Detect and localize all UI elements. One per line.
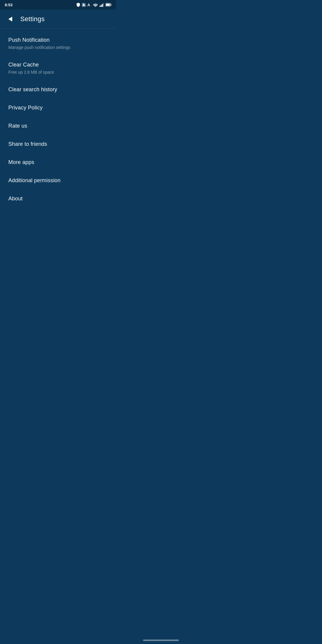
svg-rect-8 xyxy=(106,4,110,6)
svg-rect-9 xyxy=(111,4,112,6)
settings-item-more-apps[interactable]: More apps xyxy=(0,153,116,171)
svg-rect-5 xyxy=(102,4,103,7)
rate-us-title: Rate us xyxy=(8,123,108,129)
clear-cache-title: Clear Cache xyxy=(8,62,108,68)
status-bar: 8:53 A xyxy=(0,0,116,10)
settings-item-privacy-policy[interactable]: Privacy Policy xyxy=(0,99,116,117)
clear-cache-subtitle: Free up 2.6 MB of space xyxy=(8,70,108,75)
back-button[interactable] xyxy=(5,14,16,24)
back-arrow-icon xyxy=(8,17,12,21)
svg-text:A: A xyxy=(87,3,90,7)
share-to-friends-title: Share to friends xyxy=(8,141,108,147)
settings-list: Push Notification Manage push notificati… xyxy=(0,29,116,210)
push-notification-title: Push Notification xyxy=(8,37,108,43)
status-icons: A xyxy=(76,3,112,7)
svg-rect-3 xyxy=(100,6,100,7)
app-bar: Settings xyxy=(0,10,116,29)
clear-search-history-title: Clear search history xyxy=(8,86,108,93)
shield-icon xyxy=(76,3,80,7)
sim-icon xyxy=(82,3,86,7)
additional-permission-title: Additional permission xyxy=(8,177,108,184)
page-title: Settings xyxy=(20,15,45,23)
status-time: 8:53 xyxy=(5,3,13,7)
wifi-icon xyxy=(93,3,98,7)
settings-item-about[interactable]: About xyxy=(0,190,116,208)
svg-rect-4 xyxy=(101,5,102,7)
settings-item-additional-permission[interactable]: Additional permission xyxy=(0,171,116,190)
settings-item-rate-us[interactable]: Rate us xyxy=(0,117,116,135)
settings-item-push-notification[interactable]: Push Notification Manage push notificati… xyxy=(0,31,116,56)
privacy-policy-title: Privacy Policy xyxy=(8,105,108,111)
signal-icon xyxy=(100,3,104,7)
push-notification-subtitle: Manage push notification settings xyxy=(8,45,108,50)
font-icon: A xyxy=(87,3,91,7)
settings-item-clear-search-history[interactable]: Clear search history xyxy=(0,80,116,99)
svg-rect-1 xyxy=(83,4,85,6)
settings-item-share-to-friends[interactable]: Share to friends xyxy=(0,135,116,153)
svg-rect-6 xyxy=(103,3,104,7)
more-apps-title: More apps xyxy=(8,159,108,165)
about-title: About xyxy=(8,196,108,202)
battery-icon xyxy=(106,3,112,7)
settings-item-clear-cache[interactable]: Clear Cache Free up 2.6 MB of space xyxy=(0,56,116,80)
